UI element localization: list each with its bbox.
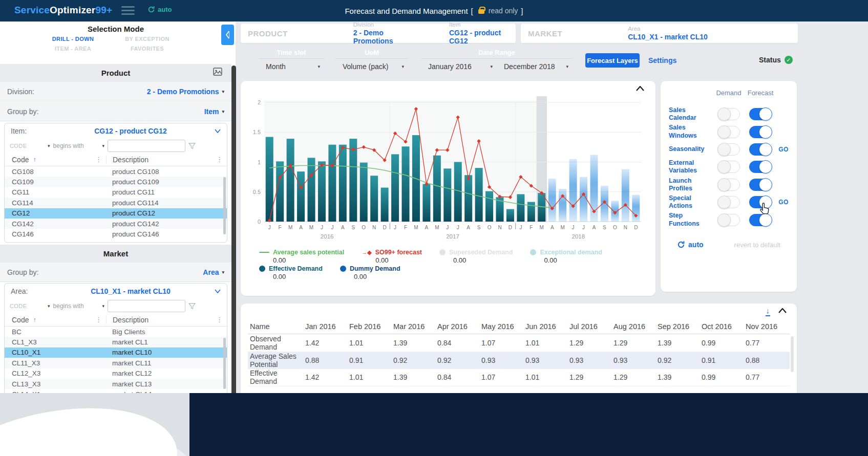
item-filter-input[interactable]	[108, 140, 185, 152]
revert-to-default-link[interactable]: revert to default	[734, 241, 780, 249]
mode-favorites[interactable]: FAVORITES	[110, 46, 184, 52]
code-column-header[interactable]: Code	[12, 156, 29, 164]
list-item-CG142[interactable]: CG142product CG142	[5, 219, 227, 229]
date-to-select[interactable]: December 2018▾	[497, 59, 573, 71]
item-value-link[interactable]: CG12 - product CG12	[449, 29, 516, 45]
chevron-down-icon[interactable]	[215, 129, 221, 133]
item-code: CL10_X1	[5, 349, 106, 356]
forecast-toggle[interactable]	[749, 161, 772, 173]
description-column-header[interactable]: Description	[113, 156, 149, 164]
forecast-layers-button[interactable]: Forecast Layers	[585, 53, 640, 68]
column-menu-icon[interactable]: ⋮	[216, 316, 223, 323]
filter-field-caret[interactable]: ▾	[48, 303, 50, 309]
division-select[interactable]: 2 - Demo Promotions▾	[147, 88, 224, 96]
table-row-average-sales-potential[interactable]: Average Sales Potential0.880.910.920.920…	[248, 352, 790, 370]
filter-field-caret[interactable]: ▾	[48, 143, 50, 148]
list-item-CL10_X1[interactable]: CL10_X1market CL10	[5, 348, 227, 358]
legend-item-effective-demand[interactable]: Effective Demand0.00	[259, 265, 323, 280]
table-row-observed-demand[interactable]: Observed Demand1.421.011.390.841.071.011…	[248, 335, 790, 352]
sort-asc-icon[interactable]: ↑	[33, 316, 36, 323]
filter-operator-select[interactable]: begins with	[53, 302, 99, 310]
legend-item-exceptional-demand[interactable]: Exceptional demand0.00	[530, 249, 602, 264]
list-item-CG108[interactable]: CG108product CG108	[5, 166, 227, 177]
list-item-CG146[interactable]: CG146product CG146	[5, 229, 227, 239]
forecast-toggle[interactable]	[749, 196, 772, 208]
demand-toggle[interactable]	[717, 126, 740, 138]
auto-refresh-toggle[interactable]: auto	[147, 6, 172, 13]
filter-operator-caret[interactable]: ▾	[102, 303, 105, 309]
forecast-toggle[interactable]	[749, 108, 772, 120]
demand-chart-svg: 00.511.52JFMAMJJASOND2016JFMAMJJASOND201…	[246, 95, 645, 245]
layers-auto-refresh[interactable]: auto	[677, 241, 704, 249]
item-code: CL12_X3	[5, 370, 106, 377]
mode-drill-down[interactable]: DRILL - DOWN	[36, 36, 110, 42]
filter-field-select[interactable]: CODE	[10, 143, 45, 149]
funnel-icon[interactable]	[188, 303, 196, 310]
legend-item-dummy-demand[interactable]: Dummy Demand0.00	[340, 265, 400, 280]
list-item-CL12_X3[interactable]: CL12_X3market CL12	[5, 368, 227, 379]
column-menu-icon[interactable]: ⋮	[216, 156, 223, 163]
demand-toggle[interactable]	[717, 108, 740, 120]
go-link[interactable]: GO	[776, 199, 791, 206]
demand-toggle[interactable]	[717, 196, 740, 208]
filter-operator-caret[interactable]: ▾	[102, 143, 105, 148]
group-by-select[interactable]: Item▾	[204, 107, 224, 116]
date-from-select[interactable]: January 2016▾	[421, 59, 497, 71]
forecast-toggle[interactable]	[749, 214, 772, 226]
legend-item-average-sales-potential[interactable]: Average sales potential0.00	[259, 249, 344, 264]
demand-toggle[interactable]	[717, 161, 740, 173]
uom-select[interactable]: Volume (pack)▾	[335, 59, 408, 71]
list-item-CG11[interactable]: CG11product CG11	[5, 187, 227, 198]
forecast-toggle[interactable]	[749, 126, 772, 138]
code-column-header[interactable]: Code	[12, 316, 29, 324]
list-item-CL1_X3[interactable]: CL1_X3market CL1	[5, 337, 227, 347]
description-column-header[interactable]: Description	[113, 316, 149, 324]
settings-link[interactable]: Settings	[648, 56, 676, 64]
list-item-CG114[interactable]: CG114product CG114	[5, 198, 227, 208]
area-value-link[interactable]: CL10_X1 - market CL10	[628, 33, 708, 41]
list-item-CG109[interactable]: CG109product CG109	[5, 177, 227, 187]
forecast-toggle[interactable]	[749, 179, 772, 191]
table-download-button[interactable]: ↓	[766, 307, 771, 315]
menu-icon[interactable]	[121, 6, 135, 15]
chevron-down-icon[interactable]	[215, 289, 221, 293]
product-section-header: Product	[0, 64, 231, 82]
forecast-toggle[interactable]	[749, 143, 772, 156]
item-table-scrollbar[interactable]	[223, 177, 226, 234]
column-menu-icon[interactable]: ⋮	[95, 316, 102, 323]
area-table-rows: BCBig ClientsCL1_X3market CL1CL10_X1mark…	[5, 327, 227, 400]
list-item-CG12[interactable]: CG12product CG12	[5, 208, 227, 219]
filter-field-select[interactable]: CODE	[10, 303, 45, 309]
mode-by-exception[interactable]: BY EXCEPTION	[110, 36, 184, 42]
chart-collapse-button[interactable]	[636, 85, 644, 93]
go-link[interactable]: GO	[776, 146, 791, 153]
list-item-CL11_X3[interactable]: CL11_X3market CL11	[5, 358, 227, 368]
area-group-by-select[interactable]: Area▾	[203, 268, 224, 276]
list-item-CL13_X3[interactable]: CL13_X3market CL13	[5, 379, 227, 389]
bracket-open: [	[471, 7, 473, 15]
demand-toggle[interactable]	[717, 179, 740, 191]
column-menu-icon[interactable]: ⋮	[95, 156, 102, 163]
picture-icon[interactable]	[213, 68, 222, 77]
division-value-link[interactable]: 2 - Demo Promotions	[353, 29, 419, 45]
area-table-scrollbar[interactable]	[223, 338, 226, 389]
legend-item-so99+-forecast[interactable]: →◆SO99+ forecast0.00	[362, 249, 422, 264]
sidebar-scrollbar[interactable]	[231, 66, 236, 395]
item-filter-row: CODE ▾ begins with ▾	[5, 139, 227, 153]
table-collapse-button[interactable]	[778, 307, 787, 315]
legend-item-superseded-demand[interactable]: Superseded Demand0.00	[439, 249, 513, 264]
item-value[interactable]: CG12 - product CG12	[47, 127, 215, 135]
table-row-effective-demand[interactable]: Effective Demand1.421.011.390.841.071.01…	[248, 369, 790, 386]
sort-asc-icon[interactable]: ↑	[33, 156, 36, 163]
mode-item-area[interactable]: ITEM - AREA	[36, 46, 110, 52]
time-slot-select[interactable]: Month▾	[259, 59, 324, 71]
funnel-icon[interactable]	[188, 143, 196, 149]
list-item-BC[interactable]: BCBig Clients	[5, 327, 227, 337]
area-value[interactable]: CL10_X1 - market CL10	[47, 287, 215, 295]
sidebar-collapse-button[interactable]	[221, 25, 234, 45]
demand-toggle[interactable]	[717, 143, 740, 156]
filter-operator-select[interactable]: begins with	[53, 142, 99, 149]
demand-toggle[interactable]	[717, 214, 740, 226]
table-scrollbar[interactable]	[791, 336, 794, 372]
area-filter-input[interactable]	[108, 300, 185, 312]
